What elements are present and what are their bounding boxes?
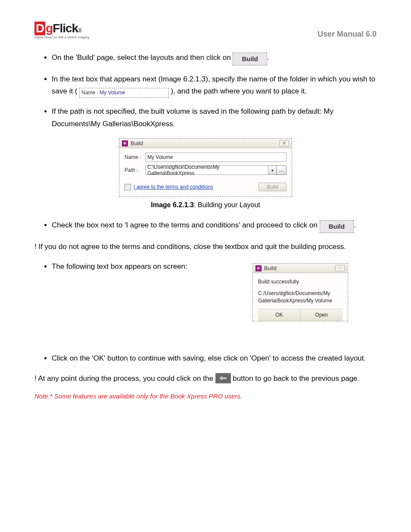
page-header: DgFlick® Digital World for Still & Motio… — [34, 22, 377, 39]
warning-2: ! At any point during the process, you c… — [34, 373, 377, 385]
logo: DgFlick® Digital World for Still & Motio… — [34, 22, 89, 39]
build-success-dialog: B Build ✕ Build successfully. C:/Users/d… — [252, 263, 348, 321]
logo-g: g — [46, 22, 53, 35]
close-icon[interactable]: ✕ — [335, 265, 345, 271]
warning-2-b: button to go back to the previous page. — [233, 374, 359, 383]
back-button-icon[interactable] — [215, 373, 231, 383]
build-button[interactable]: Build — [258, 183, 286, 191]
close-icon[interactable]: ✕ — [279, 140, 289, 146]
manual-title: User Manual 6.0 — [318, 30, 377, 39]
bullet-2-text-b: ), and the path where you want to place … — [171, 87, 307, 95]
bullet-1-text-b: . — [267, 53, 269, 62]
dialog2-titlebar: B Build ✕ — [253, 264, 348, 273]
bullet-4: Check the box next to 'I agree to the te… — [52, 219, 377, 233]
path-label: Path : — [125, 167, 145, 173]
bullet-1: On the 'Build' page, select the layouts … — [52, 52, 377, 65]
open-button[interactable]: Open — [300, 309, 343, 321]
app-icon: B — [255, 265, 262, 271]
image-caption: Image 6.2.1.3: Building your Layout — [34, 201, 377, 209]
logo-d: D — [34, 22, 45, 35]
warning-2-a: ! At any point during the process, you c… — [34, 374, 215, 383]
build-button-chip-2[interactable]: Build — [320, 220, 354, 233]
path-input[interactable]: C:\Users\dgflick\Documents\My Galleria\B… — [145, 165, 268, 175]
note-text: Note:* Some features are available only … — [34, 392, 377, 400]
dialog2-title: Build — [264, 265, 277, 271]
caption-text: : Building your Layout — [194, 201, 260, 208]
dialog-titlebar: B Build ✕ — [119, 139, 292, 148]
bullet-3: If the path is not specified, the built … — [52, 106, 377, 131]
app-icon: B — [122, 140, 128, 146]
logo-registered: ® — [78, 28, 81, 34]
path-dropdown-icon[interactable]: ▾ — [268, 165, 277, 175]
warning-1: ! If you do not agree to the terms and c… — [34, 241, 377, 253]
success-message: Build successfully. — [258, 278, 342, 286]
bullet-2: In the text box that appears next (Image… — [52, 73, 377, 98]
build-button-chip[interactable]: Build — [233, 53, 267, 65]
logo-tagline: Digital World for Still & Motion Imaging — [34, 36, 89, 39]
caption-bold: Image 6.2.1.3 — [151, 201, 194, 208]
build-dialog: B Build ✕ Name : My Volume Path : C:\Use… — [119, 138, 292, 197]
dialog-title: Build — [131, 140, 143, 146]
bullet-4-text-a: Check the box next to 'I agree to the te… — [52, 221, 318, 229]
name-input[interactable]: My Volume — [145, 152, 286, 162]
bullet-6: Click on the 'OK' button to continue wit… — [52, 352, 377, 365]
ok-button[interactable]: OK — [258, 309, 300, 321]
bullet-4-text-b: . — [354, 221, 356, 229]
logo-flick: Flick — [53, 22, 78, 35]
name-label: Name : — [125, 154, 145, 160]
name-field-chip[interactable]: Name : My Volume — [79, 88, 168, 97]
terms-link[interactable]: I agree to the terms and conditions — [134, 184, 213, 190]
terms-checkbox[interactable] — [125, 184, 131, 190]
success-path: C:/Users/dgflick/Documents/My Galleria/B… — [258, 290, 342, 305]
bullet-1-text-a: On the 'Build' page, select the layouts … — [52, 53, 231, 62]
browse-button[interactable]: … — [277, 165, 286, 175]
svg-marker-0 — [218, 375, 227, 381]
name-chip-label: Name : — [81, 90, 98, 96]
name-chip-value: My Volume — [100, 90, 125, 96]
